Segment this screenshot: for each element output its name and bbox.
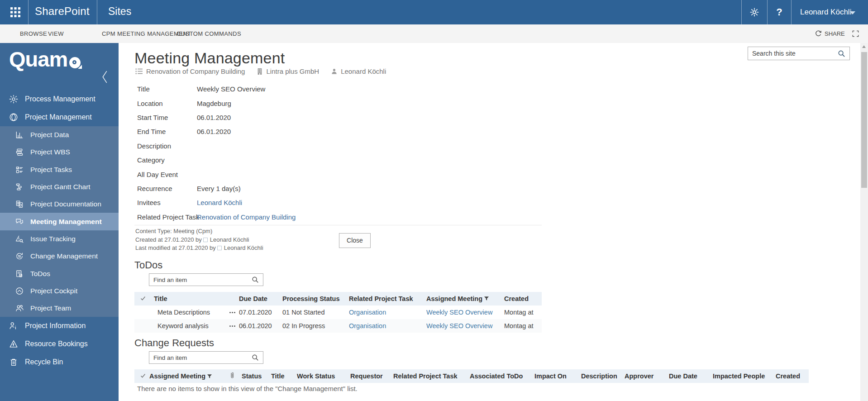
settings-gear-icon[interactable] [744, 0, 764, 24]
search-icon[interactable] [252, 276, 259, 283]
col-status[interactable]: Status [242, 372, 271, 380]
col-title[interactable]: Title [154, 295, 239, 302]
sidebar-item-label: Project Information [25, 322, 86, 330]
col-due-date[interactable]: Due Date [669, 372, 713, 380]
sidebar-item-issue-tracking[interactable]: Issue Tracking [0, 230, 119, 248]
change-requests-table: Assigned Meeting Status Title Work Statu… [134, 369, 809, 383]
sidebar-collapse-chevron-icon[interactable] [101, 70, 108, 86]
context-user[interactable]: Leonard Köchli [331, 67, 386, 75]
focus-on-content-icon[interactable] [852, 30, 859, 39]
related-task-link[interactable]: Organisation [349, 309, 386, 316]
close-button[interactable]: Close [339, 233, 371, 248]
col-work-status[interactable]: Work Status [297, 372, 350, 380]
share-button[interactable]: SHARE [815, 30, 845, 37]
todos-row[interactable]: Meta Descriptions 07.01.2020 01 Not Star… [134, 306, 542, 319]
sidebar-item-recycle-bin[interactable]: Recycle Bin [0, 353, 119, 371]
sidebar-item-meeting-management[interactable]: Meeting Management [0, 213, 119, 230]
related-task-link[interactable]: Organisation [349, 322, 386, 329]
created-by-user[interactable]: Leonard Köchli [210, 236, 249, 243]
todos-find-box [149, 273, 263, 286]
site-search-input[interactable] [752, 50, 838, 57]
assigned-meeting-link[interactable]: Weekly SEO Overview [426, 322, 492, 329]
sidebar-item-project-data[interactable]: Project Data [0, 126, 119, 143]
col-created[interactable]: Created [776, 372, 809, 380]
search-icon[interactable] [838, 50, 845, 57]
sidebar-item-project-gantt-chart[interactable]: Project Gantt Chart [0, 178, 119, 196]
col-approver[interactable]: Approver [625, 372, 669, 380]
detail-row-description: Description [137, 139, 454, 153]
globe-icon [8, 112, 19, 122]
todos-row[interactable]: Keyword analysis 06.01.2020 02 In Progre… [134, 319, 542, 333]
sidebar-item-project-team[interactable]: Project Team [0, 300, 119, 317]
sidebar-item-label: Project Gantt Chart [30, 183, 91, 191]
todo-list-icon [14, 269, 25, 278]
col-processing-status[interactable]: Processing Status [282, 295, 349, 302]
todos-find-input[interactable] [153, 277, 252, 283]
sidebar-item-process-management[interactable]: Process Management [0, 90, 119, 108]
sidebar-item-resource-bookings[interactable]: Resource Bookings [0, 335, 119, 353]
sidebar-item-label: Project Documentation [30, 200, 101, 208]
related-project-task-link[interactable]: Renovation of Company Building [197, 213, 296, 221]
col-due-date[interactable]: Due Date [239, 295, 282, 302]
context-company-label: Lintra plus GmbH [266, 67, 319, 75]
suite-divider [28, 0, 29, 24]
sites-link[interactable]: Sites [108, 5, 131, 18]
sharepoint-brand[interactable]: SharePoint [35, 5, 90, 18]
invitees-link[interactable]: Leonard Köchli [197, 199, 242, 206]
context-project[interactable]: Renovation of Company Building [135, 67, 245, 75]
ribbon-tab-view[interactable]: VIEW [48, 30, 64, 37]
share-sync-icon [815, 30, 822, 37]
col-impacted-people[interactable]: Impacted People [713, 372, 776, 380]
todos-heading[interactable]: ToDos [134, 259, 162, 271]
col-associated-todo[interactable]: Associated ToDo [470, 372, 534, 380]
sidebar-item-project-tasks[interactable]: Project Tasks [0, 161, 119, 178]
help-icon[interactable]: ? [770, 0, 788, 24]
sidebar-item-label: Project WBS [30, 148, 70, 156]
context-bar: Renovation of Company Building Lintra pl… [135, 67, 386, 75]
change-requests-heading[interactable]: Change Requests [134, 337, 214, 349]
ribbon-tab-custom-commands[interactable]: CUSTOM COMMANDS [176, 30, 241, 37]
col-related-project-task[interactable]: Related Project Task [393, 372, 470, 380]
quam-logo[interactable]: Quam [9, 47, 81, 72]
change-requests-find-input[interactable] [153, 354, 252, 361]
col-assigned-meeting[interactable]: Assigned Meeting [426, 295, 504, 302]
assigned-meeting-link[interactable]: Weekly SEO Overview [426, 309, 492, 316]
sidebar-item-project-wbs[interactable]: Project WBS [0, 143, 119, 161]
presence-indicator [217, 246, 222, 250]
context-company[interactable]: Lintra plus GmbH [257, 67, 319, 75]
sidebar-item-project-documentation[interactable]: Project Documentation [0, 196, 119, 213]
content-type-line: Content Type: Meeting (Cpm) [135, 227, 263, 236]
team-icon [14, 304, 25, 313]
suite-bar: SharePoint Sites ? Leonard Köchli [0, 0, 868, 24]
scrollbar-up-arrow-icon[interactable] [862, 45, 866, 48]
col-description[interactable]: Description [581, 372, 625, 380]
detail-row-start-time: Start Time06.01.2020 [137, 110, 454, 124]
main-content: Meeting Management Renovation of Company… [119, 43, 860, 401]
app-launcher-waffle-icon[interactable] [6, 7, 24, 18]
sidebar-item-project-management[interactable]: Project Management [0, 108, 119, 126]
ribbon-tab-browse[interactable]: BROWSE [20, 30, 47, 37]
col-related-project-task[interactable]: Related Project Task [349, 295, 426, 302]
modified-by-user[interactable]: Leonard Köchli [224, 244, 263, 251]
attachment-paperclip-icon[interactable] [229, 372, 242, 381]
user-menu[interactable]: Leonard Köchli [800, 8, 851, 17]
col-created[interactable]: Created [504, 295, 542, 302]
col-impact-on[interactable]: Impact On [534, 372, 581, 380]
col-title[interactable]: Title [271, 372, 297, 380]
scrollbar-thumb[interactable] [861, 52, 867, 188]
user-menu-caret-icon[interactable] [850, 11, 855, 14]
sidebar-item-todos[interactable]: ToDos [0, 265, 119, 282]
sidebar-item-change-management[interactable]: Change Management [0, 248, 119, 265]
search-icon[interactable] [252, 354, 259, 361]
select-all-check-icon[interactable] [134, 372, 149, 380]
context-user-label: Leonard Köchli [341, 67, 386, 75]
vertical-scrollbar[interactable] [860, 43, 868, 401]
more-options-icon[interactable] [229, 312, 231, 313]
col-assigned-meeting[interactable]: Assigned Meeting [149, 372, 229, 380]
more-options-icon[interactable] [229, 325, 231, 327]
sidebar-item-project-cockpit[interactable]: Project Cockpit [0, 282, 119, 300]
sidebar-navigation: Quam Process Management Project Manageme… [0, 43, 119, 401]
col-requestor[interactable]: Requestor [350, 372, 393, 380]
select-all-check-icon[interactable] [134, 295, 154, 302]
sidebar-item-project-information[interactable]: Project Information [0, 317, 119, 335]
